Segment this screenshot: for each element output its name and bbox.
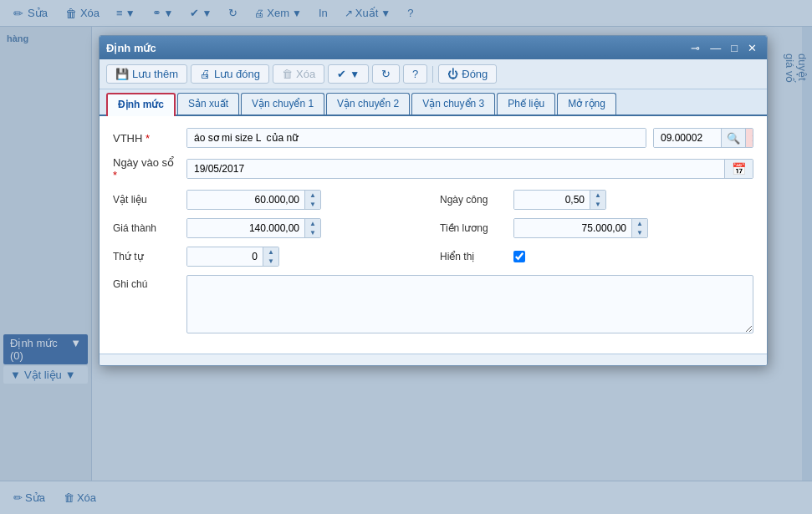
hien-thi-checkbox-wrap bbox=[513, 251, 525, 262]
ngay-cong-spinner: ▲ ▼ bbox=[590, 191, 605, 209]
tien-luong-up[interactable]: ▲ bbox=[632, 219, 647, 228]
save-new-button[interactable]: 💾 Lưu thêm bbox=[106, 64, 187, 84]
gia-thanh-label: Giá thành bbox=[113, 222, 180, 234]
ngay-cong-input[interactable] bbox=[514, 191, 590, 209]
ngay-vao-so-input-group: 📅 bbox=[186, 159, 753, 179]
modal-dinh-muc: Định mức ⊸ — □ ✕ 💾 Lưu thêm 🖨 Lưu đóng 🗑… bbox=[99, 35, 768, 366]
pin-button[interactable]: ⊸ bbox=[687, 41, 703, 55]
power-icon: ⏻ bbox=[447, 68, 458, 80]
minimize-button[interactable]: — bbox=[707, 41, 724, 55]
gia-thanh-input-group: ▲ ▼ bbox=[186, 218, 321, 238]
ghi-chu-label: Ghi chú bbox=[113, 275, 180, 333]
vthh-name-input[interactable] bbox=[187, 129, 646, 147]
modal-delete-button[interactable]: 🗑 Xóa bbox=[273, 64, 324, 84]
gia-thanh-tien-luong-row: Giá thành ▲ ▼ Tiền lương ▲ ▼ bbox=[113, 218, 753, 238]
modal-form-body: VTHH * 🔍 ✕ Ngày vào sổ * 📅 Vậ bbox=[100, 116, 767, 354]
modal-refresh-button[interactable]: ↻ bbox=[372, 64, 400, 84]
thu-tu-up[interactable]: ▲ bbox=[263, 247, 278, 257]
save-close-button[interactable]: 🖨 Lưu đóng bbox=[191, 64, 269, 84]
vat-lieu-input[interactable] bbox=[187, 191, 304, 209]
vthh-label: VTHH * bbox=[113, 132, 180, 145]
modal-check-dropdown[interactable]: ✔ ▼ bbox=[328, 64, 369, 84]
thu-tu-down[interactable]: ▼ bbox=[263, 257, 278, 266]
gia-thanh-down[interactable]: ▼ bbox=[305, 228, 320, 237]
tien-luong-label: Tiền lương bbox=[440, 222, 507, 234]
tien-luong-input[interactable] bbox=[514, 219, 631, 237]
modal-toolbar: 💾 Lưu thêm 🖨 Lưu đóng 🗑 Xóa ✔ ▼ ↻ ? ⏻ Đó… bbox=[100, 59, 767, 89]
close-button[interactable]: ✕ bbox=[744, 41, 760, 55]
ngay-cong-up[interactable]: ▲ bbox=[590, 191, 605, 200]
maximize-button[interactable]: □ bbox=[728, 41, 741, 55]
ghi-chu-textarea[interactable] bbox=[186, 275, 753, 333]
ghi-chu-row: Ghi chú bbox=[113, 275, 753, 333]
titlebar-controls: ⊸ — □ ✕ bbox=[687, 41, 760, 55]
vat-lieu-label: Vật liệu bbox=[113, 194, 180, 206]
thu-tu-spinner: ▲ ▼ bbox=[263, 247, 278, 266]
vat-lieu-input-group: ▲ ▼ bbox=[186, 190, 321, 210]
vthh-code-input[interactable] bbox=[654, 129, 721, 147]
hien-thi-col: Hiển thị bbox=[440, 247, 753, 267]
vthh-required: * bbox=[142, 132, 150, 145]
vat-lieu-up[interactable]: ▲ bbox=[305, 191, 320, 200]
gia-thanh-input[interactable] bbox=[187, 219, 304, 237]
thu-tu-hien-thi-row: Thứ tự ▲ ▼ Hiển thị bbox=[113, 247, 753, 267]
vthh-clear-btn[interactable]: ✕ bbox=[745, 129, 753, 147]
thu-tu-col: Thứ tự ▲ ▼ bbox=[113, 247, 426, 267]
modal-help-button[interactable]: ? bbox=[403, 64, 427, 84]
thu-tu-input[interactable] bbox=[187, 247, 263, 266]
save-close-icon: 🖨 bbox=[200, 68, 211, 80]
ngay-vao-so-label: Ngày vào sổ * bbox=[113, 156, 180, 181]
modal-close-button[interactable]: ⏻ Đóng bbox=[438, 64, 497, 84]
calendar-icon[interactable]: 📅 bbox=[724, 160, 753, 178]
vat-lieu-spinner: ▲ ▼ bbox=[304, 191, 320, 209]
vthh-search-btn[interactable]: 🔍 bbox=[721, 129, 745, 147]
ngay-cong-input-group: ▲ ▼ bbox=[513, 190, 606, 210]
modal-footer bbox=[100, 354, 767, 365]
vat-lieu-down[interactable]: ▼ bbox=[305, 200, 320, 209]
tab-phe-lieu[interactable]: Phế liệu bbox=[497, 93, 555, 115]
tien-luong-spinner: ▲ ▼ bbox=[631, 219, 647, 237]
gia-thanh-up[interactable]: ▲ bbox=[305, 219, 320, 228]
toolbar-separator bbox=[432, 66, 433, 83]
vthh-main-input-group bbox=[186, 128, 646, 148]
ngay-cong-col: Ngày công ▲ ▼ bbox=[440, 190, 753, 210]
hien-thi-label: Hiển thị bbox=[440, 251, 507, 262]
delete-icon: 🗑 bbox=[282, 68, 293, 80]
tab-van-chuyen-2[interactable]: Vận chuyển 2 bbox=[326, 93, 410, 115]
hien-thi-checkbox[interactable] bbox=[513, 251, 525, 262]
tien-luong-col: Tiền lương ▲ ▼ bbox=[440, 218, 753, 238]
modal-titlebar: Định mức ⊸ — □ ✕ bbox=[100, 36, 767, 59]
tab-dinh-muc[interactable]: Định mức bbox=[106, 93, 176, 116]
vthh-row: VTHH * 🔍 ✕ bbox=[113, 128, 753, 148]
thu-tu-input-group: ▲ ▼ bbox=[186, 247, 279, 267]
gia-thanh-spinner: ▲ ▼ bbox=[304, 219, 320, 237]
modal-tabs: Định mức Sản xuất Vận chuyển 1 Vận chuyể… bbox=[100, 89, 767, 116]
vat-lieu-ngay-cong-row: Vật liệu ▲ ▼ Ngày công ▲ ▼ bbox=[113, 190, 753, 210]
ngay-vao-so-row: Ngày vào sổ * 📅 bbox=[113, 156, 753, 181]
tab-san-xuat[interactable]: Sản xuất bbox=[177, 93, 239, 115]
ngay-vao-so-required: * bbox=[113, 169, 117, 181]
save-new-icon: 💾 bbox=[115, 68, 129, 80]
tien-luong-input-group: ▲ ▼ bbox=[513, 218, 648, 238]
tab-van-chuyen-3[interactable]: Vận chuyển 3 bbox=[411, 93, 495, 115]
vthh-code-input-group: 🔍 ✕ bbox=[653, 128, 753, 148]
ngay-cong-label: Ngày công bbox=[440, 194, 507, 206]
modal-title: Định mức bbox=[106, 42, 156, 54]
ngay-vao-so-input[interactable] bbox=[187, 160, 724, 178]
ngay-cong-down[interactable]: ▼ bbox=[590, 200, 605, 209]
tien-luong-down[interactable]: ▼ bbox=[632, 228, 647, 237]
gia-thanh-col: Giá thành ▲ ▼ bbox=[113, 218, 426, 238]
vat-lieu-col: Vật liệu ▲ ▼ bbox=[113, 190, 426, 210]
thu-tu-label: Thứ tự bbox=[113, 251, 180, 262]
tab-mo-rong[interactable]: Mở rộng bbox=[557, 93, 616, 115]
tab-van-chuyen-1[interactable]: Vận chuyển 1 bbox=[241, 93, 324, 115]
